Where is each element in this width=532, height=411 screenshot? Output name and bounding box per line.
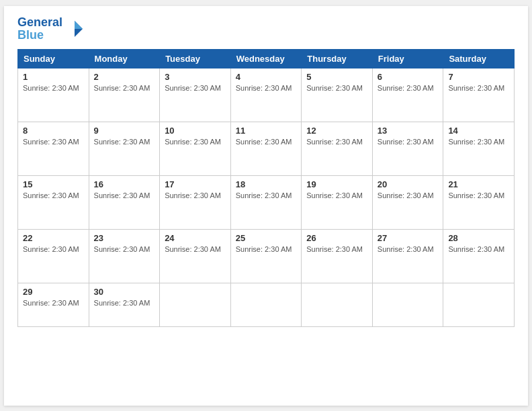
day-number: 3 bbox=[165, 72, 226, 82]
day-number: 23 bbox=[94, 233, 155, 243]
table-row: 5Sunrise: 2:30 AM bbox=[302, 68, 373, 122]
day-sunrise-info: Sunrise: 2:30 AM bbox=[94, 84, 155, 92]
table-row: 2Sunrise: 2:30 AM bbox=[89, 68, 160, 122]
table-row bbox=[160, 283, 231, 327]
day-sunrise-info: Sunrise: 2:30 AM bbox=[94, 138, 155, 146]
day-number: 19 bbox=[306, 179, 367, 189]
table-row: 23Sunrise: 2:30 AM bbox=[89, 230, 160, 283]
header: General Blue bbox=[17, 16, 515, 43]
day-sunrise-info: Sunrise: 2:30 AM bbox=[448, 245, 509, 253]
week-row-5: 29Sunrise: 2:30 AM30Sunrise: 2:30 AM bbox=[18, 283, 515, 327]
day-sunrise-info: Sunrise: 2:30 AM bbox=[165, 245, 226, 253]
week-row-2: 8Sunrise: 2:30 AM9Sunrise: 2:30 AM10Sunr… bbox=[18, 122, 515, 176]
day-number: 27 bbox=[378, 233, 439, 243]
day-number: 17 bbox=[165, 179, 226, 189]
weekday-header-monday: Monday bbox=[89, 50, 160, 68]
day-number: 18 bbox=[236, 179, 297, 189]
day-number: 2 bbox=[94, 72, 155, 82]
table-row: 24Sunrise: 2:30 AM bbox=[160, 230, 231, 283]
table-row: 25Sunrise: 2:30 AM bbox=[230, 230, 302, 283]
day-sunrise-info: Sunrise: 2:30 AM bbox=[306, 138, 367, 146]
day-number: 14 bbox=[448, 126, 509, 136]
table-row: 4Sunrise: 2:30 AM bbox=[230, 68, 302, 122]
table-row: 7Sunrise: 2:30 AM bbox=[443, 68, 515, 122]
day-number: 16 bbox=[94, 179, 155, 189]
day-sunrise-info: Sunrise: 2:30 AM bbox=[306, 245, 367, 253]
day-number: 5 bbox=[306, 72, 367, 82]
day-sunrise-info: Sunrise: 2:30 AM bbox=[23, 84, 84, 92]
table-row: 1Sunrise: 2:30 AM bbox=[18, 68, 89, 122]
table-row: 10Sunrise: 2:30 AM bbox=[160, 122, 231, 176]
day-sunrise-info: Sunrise: 2:30 AM bbox=[23, 138, 84, 146]
day-number: 7 bbox=[448, 72, 509, 82]
table-row: 9Sunrise: 2:30 AM bbox=[89, 122, 160, 176]
table-row: 27Sunrise: 2:30 AM bbox=[372, 230, 443, 283]
weekday-header-saturday: Saturday bbox=[443, 50, 515, 68]
table-row: 11Sunrise: 2:30 AM bbox=[230, 122, 302, 176]
table-row: 8Sunrise: 2:30 AM bbox=[18, 122, 89, 176]
day-sunrise-info: Sunrise: 2:30 AM bbox=[236, 138, 297, 146]
day-number: 29 bbox=[23, 287, 84, 297]
day-sunrise-info: Sunrise: 2:30 AM bbox=[236, 84, 297, 92]
logo: General Blue bbox=[17, 16, 84, 43]
day-sunrise-info: Sunrise: 2:30 AM bbox=[306, 191, 367, 199]
day-sunrise-info: Sunrise: 2:30 AM bbox=[94, 299, 155, 307]
logo-text-line2: Blue bbox=[17, 29, 62, 42]
table-row: 14Sunrise: 2:30 AM bbox=[443, 122, 515, 176]
day-sunrise-info: Sunrise: 2:30 AM bbox=[23, 245, 84, 253]
week-row-1: 1Sunrise: 2:30 AM2Sunrise: 2:30 AM3Sunri… bbox=[18, 68, 515, 122]
table-row: 18Sunrise: 2:30 AM bbox=[230, 176, 302, 230]
table-row: 12Sunrise: 2:30 AM bbox=[302, 122, 373, 176]
day-number: 1 bbox=[23, 72, 84, 82]
day-sunrise-info: Sunrise: 2:30 AM bbox=[378, 191, 439, 199]
day-number: 30 bbox=[94, 287, 155, 297]
day-number: 11 bbox=[236, 126, 297, 136]
table-row: 21Sunrise: 2:30 AM bbox=[443, 176, 515, 230]
day-sunrise-info: Sunrise: 2:30 AM bbox=[94, 245, 155, 253]
weekday-header-thursday: Thursday bbox=[302, 50, 373, 68]
day-number: 22 bbox=[23, 233, 84, 243]
day-sunrise-info: Sunrise: 2:30 AM bbox=[448, 138, 509, 146]
table-row bbox=[443, 283, 515, 327]
day-sunrise-info: Sunrise: 2:30 AM bbox=[236, 191, 297, 199]
day-number: 9 bbox=[94, 126, 155, 136]
table-row: 6Sunrise: 2:30 AM bbox=[372, 68, 443, 122]
day-sunrise-info: Sunrise: 2:30 AM bbox=[448, 191, 509, 199]
calendar-page: General Blue SundayMondayTuesdayWednesda… bbox=[4, 6, 528, 406]
day-number: 26 bbox=[306, 233, 367, 243]
day-number: 4 bbox=[236, 72, 297, 82]
table-row: 30Sunrise: 2:30 AM bbox=[89, 283, 160, 327]
table-row: 28Sunrise: 2:30 AM bbox=[443, 230, 515, 283]
weekday-header-row: SundayMondayTuesdayWednesdayThursdayFrid… bbox=[18, 50, 515, 68]
day-number: 24 bbox=[165, 233, 226, 243]
table-row: 15Sunrise: 2:30 AM bbox=[18, 176, 89, 230]
table-row: 22Sunrise: 2:30 AM bbox=[18, 230, 89, 283]
table-row: 29Sunrise: 2:30 AM bbox=[18, 283, 89, 327]
day-number: 12 bbox=[306, 126, 367, 136]
day-sunrise-info: Sunrise: 2:30 AM bbox=[378, 84, 439, 92]
day-number: 10 bbox=[165, 126, 226, 136]
day-sunrise-info: Sunrise: 2:30 AM bbox=[306, 84, 367, 92]
table-row: 20Sunrise: 2:30 AM bbox=[372, 176, 443, 230]
day-number: 28 bbox=[448, 233, 509, 243]
day-sunrise-info: Sunrise: 2:30 AM bbox=[448, 84, 509, 92]
table-row: 13Sunrise: 2:30 AM bbox=[372, 122, 443, 176]
day-sunrise-info: Sunrise: 2:30 AM bbox=[23, 299, 84, 307]
table-row: 16Sunrise: 2:30 AM bbox=[89, 176, 160, 230]
calendar-table: SundayMondayTuesdayWednesdayThursdayFrid… bbox=[17, 49, 515, 327]
day-sunrise-info: Sunrise: 2:30 AM bbox=[236, 245, 297, 253]
day-number: 21 bbox=[448, 179, 509, 189]
svg-marker-1 bbox=[75, 21, 83, 29]
week-row-3: 15Sunrise: 2:30 AM16Sunrise: 2:30 AM17Su… bbox=[18, 176, 515, 230]
day-number: 8 bbox=[23, 126, 84, 136]
day-sunrise-info: Sunrise: 2:30 AM bbox=[165, 138, 226, 146]
day-number: 6 bbox=[378, 72, 439, 82]
table-row bbox=[372, 283, 443, 327]
logo-text-line1: General bbox=[17, 16, 62, 30]
day-sunrise-info: Sunrise: 2:30 AM bbox=[378, 138, 439, 146]
day-sunrise-info: Sunrise: 2:30 AM bbox=[378, 245, 439, 253]
day-sunrise-info: Sunrise: 2:30 AM bbox=[23, 191, 84, 199]
table-row: 17Sunrise: 2:30 AM bbox=[160, 176, 231, 230]
weekday-header-sunday: Sunday bbox=[18, 50, 89, 68]
day-number: 13 bbox=[378, 126, 439, 136]
